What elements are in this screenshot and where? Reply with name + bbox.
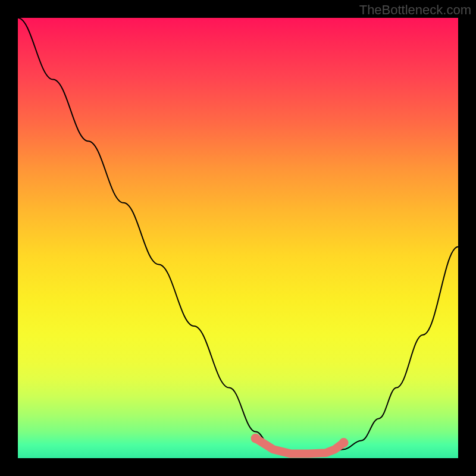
flat-zone-endpoint [251, 434, 261, 443]
flat-zone-endpoint [339, 438, 349, 447]
chart-plot-area [18, 18, 458, 458]
chart-svg [18, 18, 458, 458]
watermark-label: TheBottleneck.com [359, 2, 471, 18]
bottleneck-curve-line [18, 18, 458, 454]
flat-zone-highlight [256, 439, 344, 454]
